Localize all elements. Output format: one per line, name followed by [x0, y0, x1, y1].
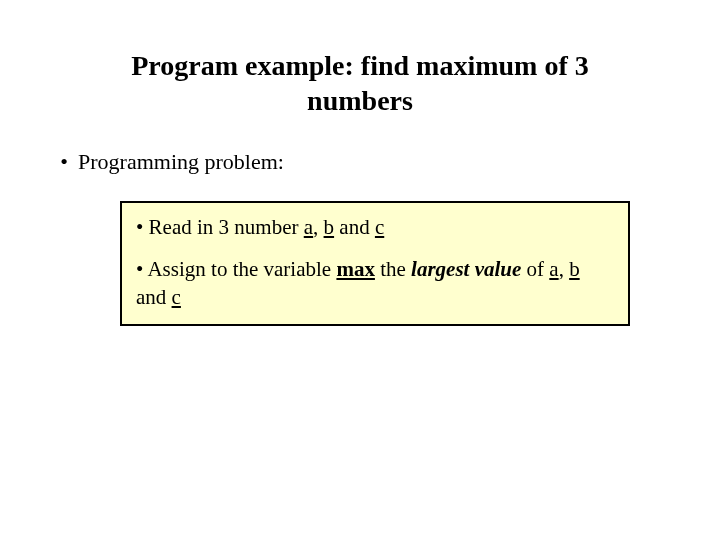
bullet-marker: •	[50, 148, 78, 177]
var-a: a	[549, 257, 558, 281]
var-c: c	[375, 215, 384, 239]
bullet-text: Programming problem:	[78, 148, 670, 177]
box-text: and	[334, 215, 375, 239]
box-text: ,	[313, 215, 324, 239]
slide-title: Program example: find maximum of 3 numbe…	[0, 0, 720, 118]
box-text: of	[521, 257, 549, 281]
box-text: Read in 3 number	[143, 215, 303, 239]
box-line-1: • Read in 3 number a, b and c	[136, 213, 614, 241]
slide: Program example: find maximum of 3 numbe…	[0, 0, 720, 540]
box-text: Assign to the variable	[143, 257, 336, 281]
var-max: max	[336, 257, 375, 281]
var-b: b	[569, 257, 580, 281]
box-line-2: • Assign to the variable max the largest…	[136, 255, 614, 312]
var-b: b	[324, 215, 335, 239]
phrase-largest-value: largest value	[411, 257, 521, 281]
slide-content: • Programming problem: • Read in 3 numbe…	[0, 118, 720, 326]
bullet-programming-problem: • Programming problem:	[50, 148, 670, 177]
box-text: ,	[559, 257, 570, 281]
var-a: a	[304, 215, 313, 239]
box-text: the	[375, 257, 411, 281]
box-text: and	[136, 285, 172, 309]
var-c: c	[172, 285, 181, 309]
problem-box: • Read in 3 number a, b and c • Assign t…	[120, 201, 630, 326]
